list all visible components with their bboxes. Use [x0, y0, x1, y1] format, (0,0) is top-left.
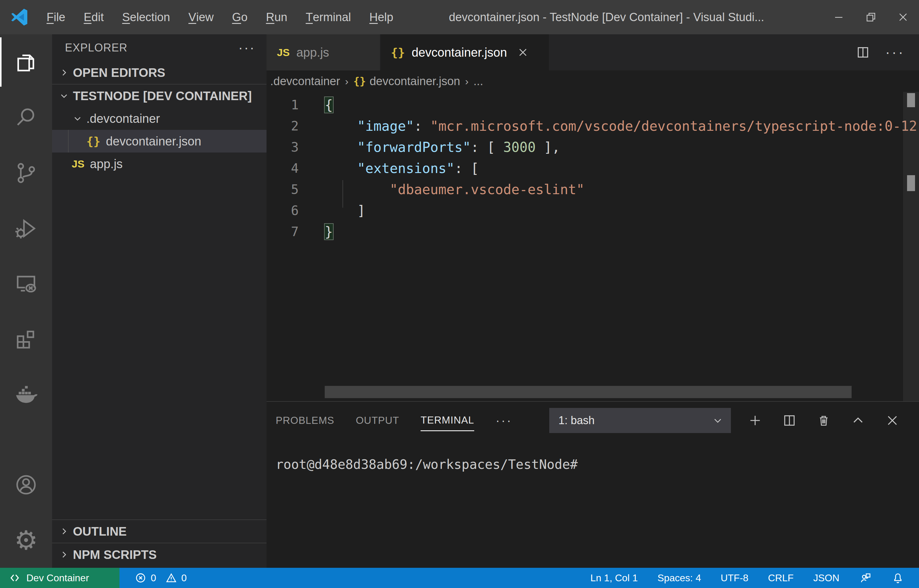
code-line-7[interactable]: 7}	[266, 221, 919, 242]
extensions-view-button[interactable]	[0, 312, 52, 367]
breadcrumb-folder[interactable]: .devcontainer	[270, 75, 340, 88]
title-bar: FileEditSelectionViewGoRunTerminalHelp d…	[0, 0, 919, 34]
remote-indicator[interactable]: Dev Container	[0, 568, 120, 588]
split-editor-icon[interactable]	[856, 45, 870, 60]
maximize-panel-icon[interactable]	[851, 414, 865, 428]
overview-ruler-mark	[907, 175, 915, 191]
menu-terminal[interactable]: Terminal	[297, 0, 360, 34]
line-number: 2	[266, 118, 299, 134]
status-bar: Dev Container 0 0 Ln 1, Col 1 Spaces: 4 …	[0, 568, 919, 588]
js-file-icon: JS	[72, 158, 84, 170]
chevron-down-icon	[60, 91, 69, 100]
menu-help[interactable]: Help	[360, 0, 402, 34]
menu-view[interactable]: View	[179, 0, 223, 34]
horizontal-scrollbar[interactable]	[325, 386, 851, 398]
vscode-logo-icon	[9, 7, 29, 27]
gear-icon: ⚙	[14, 527, 38, 553]
breadcrumb-symbol[interactable]: ...	[473, 75, 483, 88]
open-editors-section[interactable]: OPEN EDITORS	[52, 61, 266, 84]
json-file-icon: {}	[86, 134, 100, 148]
close-panel-icon[interactable]	[885, 414, 900, 428]
run-debug-icon	[13, 216, 39, 241]
close-tab-icon[interactable]	[517, 47, 528, 58]
panel-more-button[interactable]: ···	[496, 418, 512, 423]
vertical-scrollbar[interactable]	[903, 92, 919, 401]
line-number: 1	[266, 97, 299, 112]
breadcrumbs: .devcontainer › {} devcontainer.json › .…	[266, 70, 919, 92]
split-terminal-icon[interactable]	[782, 414, 796, 428]
menu-edit[interactable]: Edit	[74, 0, 113, 34]
line-content: }	[325, 224, 333, 239]
panel-tab-problems[interactable]: PROBLEMS	[276, 410, 334, 431]
js-file-icon: JS	[277, 47, 290, 58]
tab-devcontainer-json[interactable]: {} devcontainer.json	[380, 34, 549, 70]
breadcrumb-file[interactable]: devcontainer.json	[370, 75, 460, 88]
line-content: {	[325, 97, 333, 113]
editor-more-actions-button[interactable]: ···	[885, 50, 905, 55]
settings-button[interactable]: ⚙	[0, 512, 52, 568]
activity-bar: ⚙	[0, 34, 52, 568]
kill-terminal-trash-icon[interactable]	[817, 414, 831, 428]
remote-explorer-view-button[interactable]	[0, 256, 52, 312]
npm-scripts-section[interactable]: NPM SCRIPTS	[52, 543, 266, 566]
explorer-view-button[interactable]	[0, 34, 52, 90]
notifications-bell-icon[interactable]	[892, 572, 904, 584]
run-debug-view-button[interactable]	[0, 200, 52, 256]
breadcrumb-separator: ›	[345, 75, 348, 87]
extensions-icon	[13, 327, 39, 352]
file-item-app-js[interactable]: JS app.js	[52, 152, 266, 175]
new-terminal-icon[interactable]	[748, 414, 762, 428]
menu-run[interactable]: Run	[257, 0, 297, 34]
terminal-prompt[interactable]: root@d48e8d38ab69:/workspaces/TestNode#	[276, 457, 919, 472]
code-line-3[interactable]: 3 "forwardPorts": [ 3000 ],	[266, 137, 919, 158]
line-content: "dbaeumer.vscode-eslint"	[325, 182, 585, 197]
editor-tab-bar: JS app.js {} devcontainer.json ···	[266, 34, 919, 70]
menu-selection[interactable]: Selection	[113, 0, 179, 34]
tab-app-js[interactable]: JS app.js	[266, 34, 380, 70]
terminal-shell-select[interactable]: 1: bash	[549, 408, 731, 433]
line-content: ]	[325, 203, 365, 218]
line-number: 7	[266, 224, 299, 239]
bottom-panel: PROBLEMSOUTPUTTERMINAL ··· 1: bash root@…	[266, 401, 919, 568]
code-line-1[interactable]: 1{	[266, 94, 919, 115]
panel-tab-terminal[interactable]: TERMINAL	[421, 410, 474, 431]
docker-icon	[13, 382, 39, 407]
warning-icon	[165, 572, 177, 584]
search-view-button[interactable]	[0, 90, 52, 145]
folder-item-devcontainer[interactable]: .devcontainer	[52, 107, 266, 130]
code-editor[interactable]: 1{2 "image": "mcr.microsoft.com/vscode/d…	[266, 92, 919, 401]
menu-go[interactable]: Go	[223, 0, 257, 34]
indentation-status[interactable]: Spaces: 4	[657, 572, 701, 584]
problems-status[interactable]: 0 0	[135, 572, 192, 584]
menu-file[interactable]: File	[37, 0, 74, 34]
breadcrumb-separator: ›	[465, 75, 468, 87]
feedback-icon[interactable]	[859, 572, 872, 584]
minimize-button[interactable]	[822, 0, 855, 34]
file-item-devcontainer-json[interactable]: {} devcontainer.json	[52, 130, 266, 152]
line-number: 5	[266, 182, 299, 197]
files-icon	[13, 50, 39, 75]
outline-section[interactable]: OUTLINE	[52, 520, 266, 543]
panel-header: PROBLEMSOUTPUTTERMINAL ··· 1: bash	[266, 402, 919, 439]
restore-button[interactable]	[855, 0, 887, 34]
code-line-5[interactable]: 5 "dbaeumer.vscode-eslint"	[266, 179, 919, 200]
encoding-status[interactable]: UTF-8	[720, 572, 748, 584]
chevron-right-icon	[60, 68, 69, 77]
account-button[interactable]	[0, 457, 52, 512]
language-mode[interactable]: JSON	[813, 572, 839, 584]
line-content: "forwardPorts": [ 3000 ],	[325, 139, 560, 155]
json-file-icon: {}	[353, 75, 366, 87]
panel-tab-output[interactable]: OUTPUT	[356, 410, 399, 431]
workspace-root-item[interactable]: TESTNODE [DEV CONTAINER]	[52, 84, 266, 107]
indent-guide	[342, 180, 343, 208]
docker-view-button[interactable]	[0, 367, 52, 422]
code-line-2[interactable]: 2 "image": "mcr.microsoft.com/vscode/dev…	[266, 115, 919, 137]
sidebar-more-button[interactable]: ···	[238, 45, 255, 50]
close-window-button[interactable]	[887, 0, 919, 34]
code-line-4[interactable]: 4 "extensions": [	[266, 158, 919, 179]
eol-status[interactable]: CRLF	[768, 572, 794, 584]
error-icon	[135, 572, 147, 584]
code-line-6[interactable]: 6 ]	[266, 200, 919, 221]
source-control-view-button[interactable]	[0, 145, 52, 200]
cursor-position[interactable]: Ln 1, Col 1	[590, 572, 638, 584]
